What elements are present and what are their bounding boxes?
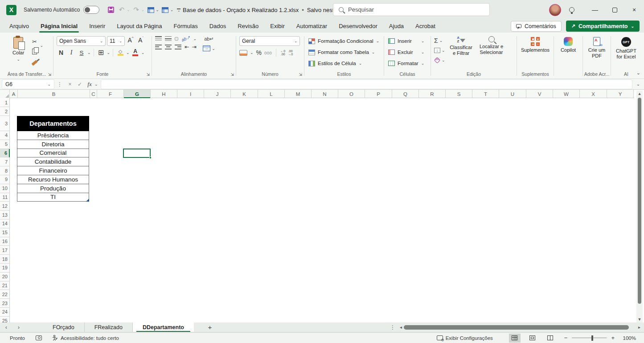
align-middle-button[interactable] (165, 36, 172, 41)
scroll-down-arrow[interactable]: ▼ (638, 316, 642, 322)
zoom-in-button[interactable]: + (611, 335, 615, 341)
table-row[interactable]: Contabilidade (17, 157, 89, 166)
column-header-T[interactable]: T (472, 90, 499, 98)
increase-font-button[interactable]: A^ (126, 37, 135, 45)
table-header-departamentos[interactable]: Departamentos (17, 116, 89, 131)
new-sheet-button[interactable]: + (200, 322, 220, 332)
row-header-8[interactable]: 8 (0, 166, 10, 175)
addins-button[interactable]: Suplementos (519, 36, 552, 70)
align-top-button[interactable] (155, 36, 162, 41)
copy-chevron-icon[interactable]: ⌄ (40, 43, 43, 70)
ribbon-tab-dados[interactable]: Dados (204, 20, 232, 33)
next-sheet-button[interactable]: › (12, 322, 25, 332)
row-header-6[interactable]: 6 (0, 149, 10, 158)
clipboard-dialog-launcher[interactable]: ⇲ (48, 72, 51, 77)
row-header-15[interactable]: 15 (0, 228, 10, 237)
copilot-button[interactable]: Copilot (558, 36, 578, 70)
row-header-16[interactable]: 16 (0, 237, 10, 246)
zoom-out-button[interactable]: − (564, 335, 568, 341)
merge-quick-button[interactable] (161, 4, 170, 16)
align-left-button[interactable] (155, 45, 162, 50)
redo-chevron-icon[interactable]: ⌄ (141, 8, 145, 12)
search-input[interactable] (348, 6, 473, 13)
column-header-W[interactable]: W (553, 90, 580, 98)
autosave-toggle[interactable] (83, 6, 99, 14)
search-box[interactable] (333, 3, 490, 16)
column-header-K[interactable]: K (231, 90, 258, 98)
format-cells-button[interactable]: Formatar ⌄ (388, 58, 424, 68)
zoom-slider-thumb[interactable] (591, 335, 593, 341)
row-header-21[interactable]: 21 (0, 281, 10, 290)
sheet-tab-forçado[interactable]: FOrçado (43, 322, 85, 332)
redo-button[interactable]: ↷ (132, 4, 141, 16)
number-dialog-launcher[interactable]: ⇲ (299, 72, 302, 77)
copy-button[interactable] (30, 47, 39, 56)
ribbon-tab-revisão[interactable]: Revisão (232, 20, 264, 33)
fill-chevron-icon2[interactable]: ⌄ (442, 48, 445, 53)
accounting-format-button[interactable] (239, 50, 247, 56)
borders-chevron-icon[interactable]: ⌄ (156, 8, 159, 12)
underline-chevron-icon[interactable]: ⌄ (87, 50, 91, 55)
zoom-slider[interactable] (572, 338, 607, 339)
normal-view-button[interactable] (509, 334, 521, 343)
sheet-tab-ddepartamento[interactable]: DDepartamento (133, 322, 194, 332)
orientation-button[interactable]: ab↗ (181, 35, 191, 42)
row-header-20[interactable]: 20 (0, 273, 10, 281)
column-header-C[interactable]: C (90, 90, 97, 98)
borders-chevron-icon2[interactable]: ⌄ (107, 50, 111, 55)
close-button[interactable]: × (624, 0, 644, 20)
table-row[interactable]: Comercial (17, 149, 89, 158)
row-header-4[interactable]: 4 (0, 131, 10, 140)
sheet-tab-frealizado[interactable]: FRealizado (85, 322, 133, 332)
selected-cell-g6[interactable] (123, 149, 151, 158)
scroll-up-arrow[interactable]: ▲ (638, 91, 642, 97)
row-header-7[interactable]: 7 (0, 157, 10, 166)
bold-button[interactable]: N (57, 48, 66, 57)
orientation-chevron-icon[interactable]: ⌄ (193, 37, 197, 41)
name-box[interactable]: G6 ⌄ (2, 79, 54, 89)
qat-overflow-button[interactable]: ⌄ (177, 8, 180, 11)
accessibility-status[interactable]: Acessibilidade: tudo certo (61, 335, 119, 341)
underline-button[interactable]: S (77, 48, 86, 57)
zoom-level[interactable]: 100% (621, 335, 636, 341)
ribbon-tab-exibir[interactable]: Exibir (264, 20, 291, 33)
ribbon-tab-fórmulas[interactable]: Fórmulas (168, 20, 204, 33)
italic-button[interactable]: I (67, 48, 76, 57)
merge-center-button[interactable]: ↔ (203, 45, 210, 51)
row-header-25[interactable]: 25 (0, 317, 10, 322)
clear-chevron-icon[interactable]: ⌄ (442, 58, 445, 62)
row-header-17[interactable]: 17 (0, 246, 10, 255)
row-header-12[interactable]: 12 (0, 202, 10, 211)
insert-cells-button[interactable]: Inserir ⌄ (388, 36, 424, 46)
formula-input[interactable] (101, 79, 632, 89)
font-color-button[interactable]: A (131, 48, 140, 57)
number-format-select[interactable]: Geral⌄ (239, 36, 300, 46)
align-right-button[interactable] (175, 45, 181, 50)
merge-chevron-icon[interactable]: ⌄ (170, 8, 174, 12)
table-resize-handle[interactable] (86, 198, 89, 202)
column-header-P[interactable]: P (365, 90, 392, 98)
prev-sheet-button[interactable]: ‹ (0, 322, 12, 332)
clear-button[interactable] (434, 57, 440, 63)
font-size-select[interactable]: 11⌄ (107, 36, 125, 46)
maximize-button[interactable] (605, 0, 624, 20)
column-header-V[interactable]: V (526, 90, 553, 98)
format-painter-button[interactable] (30, 57, 39, 66)
ribbon-tab-layout-da-página[interactable]: Layout da Página (111, 20, 168, 33)
ribbon-tab-inserir[interactable]: Inserir (83, 20, 111, 33)
scroll-right-arrow[interactable]: ▸ (638, 325, 640, 330)
save-button[interactable] (107, 4, 115, 16)
row-header-5[interactable]: 5 (0, 140, 10, 149)
table-row[interactable]: Prêsidencia (17, 131, 89, 140)
row-header-11[interactable]: 11 (0, 193, 10, 202)
column-header-U[interactable]: U (499, 90, 526, 98)
ribbon-tab-acrobat[interactable]: Acrobat (410, 20, 441, 33)
delete-cells-button[interactable]: Excluir ⌄ (388, 47, 424, 57)
cut-button[interactable]: ✂ (30, 37, 39, 46)
row-header-10[interactable]: 10 (0, 184, 10, 193)
format-as-table-button[interactable]: Formatar como Tabela ⌄ (308, 47, 379, 57)
increase-decimal-button[interactable]: ←0.00 (280, 50, 285, 56)
percent-style-button[interactable]: % (256, 49, 262, 56)
borders-quick-button[interactable] (146, 4, 155, 16)
row-header-2[interactable]: 2 (0, 107, 10, 116)
